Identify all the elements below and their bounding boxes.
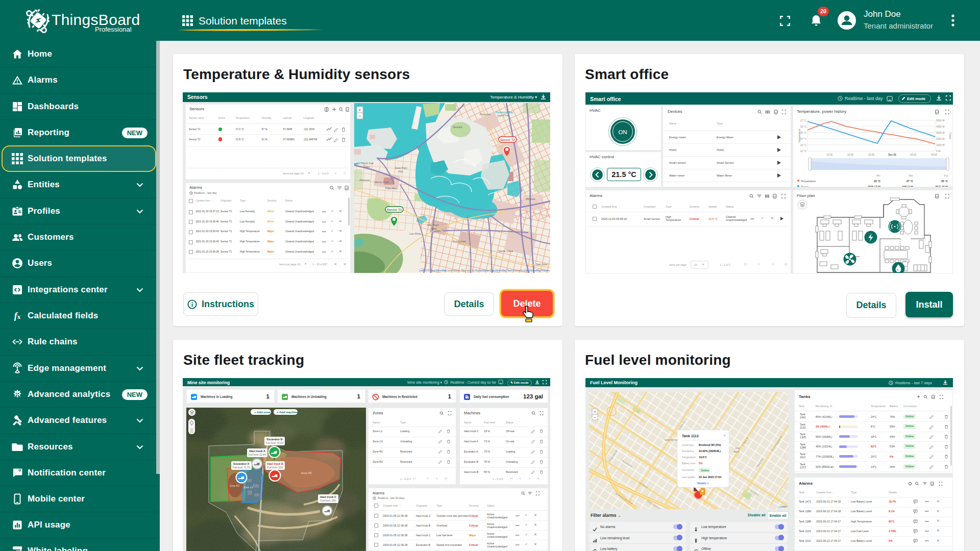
svg-text:Alto: Alto — [398, 170, 403, 173]
svg-text:Temperature: Temperature — [801, 180, 816, 183]
svg-text:20:00: 20:00 — [868, 154, 874, 156]
svg-text:25 °C: 25 °C — [800, 132, 807, 134]
svg-text:1000 W: 1000 W — [936, 144, 945, 146]
svg-text:Newark: Newark — [453, 126, 462, 129]
svg-text:3000 W: 3000 W — [936, 132, 945, 134]
svg-text:4000 W: 4000 W — [936, 126, 945, 128]
svg-text:Fuel level: 32%: Fuel level: 32% — [267, 466, 283, 469]
svg-text:Palo Alto: Palo Alto — [385, 187, 397, 190]
svg-text:trail & bay: trail & bay — [497, 114, 510, 117]
svg-text:Biodiesel B5 (5%): Biodiesel B5 (5%) — [699, 443, 721, 446]
svg-text:22 °C: 22 °C — [800, 150, 807, 153]
svg-text:Avg: Avg — [944, 174, 948, 177]
svg-text:Milpitas: Milpitas — [526, 197, 535, 201]
svg-text:Power: Power — [801, 185, 808, 188]
svg-text:Details >: Details > — [697, 482, 708, 485]
svg-text:Battery level: Battery level — [682, 462, 695, 465]
svg-text:Leaflet | © OpenStreetMap cont: Leaflet | © OpenStreetMap contributors, … — [419, 269, 549, 272]
svg-text:Haul truck A: Haul truck A — [249, 449, 265, 453]
svg-text:Zone R2: Zone R2 — [230, 484, 239, 487]
svg-text:Santa Clara: Santa Clara — [498, 249, 513, 253]
svg-text:East Palo: East Palo — [395, 166, 407, 169]
svg-text:2000 W: 2000 W — [936, 138, 945, 140]
svg-text:Zone R1: Zone R1 — [301, 471, 312, 474]
svg-text:3511.93 W: 3511.93 W — [935, 185, 948, 188]
svg-text:Sunnyvale: Sunnyvale — [453, 240, 466, 243]
svg-text:San Jose: San Jose — [536, 263, 548, 266]
svg-text:Fuel level: 75.2%: Fuel level: 75.2% — [266, 442, 284, 444]
svg-text:Excavator B: Excavator B — [266, 438, 282, 441]
svg-text:−: − — [358, 113, 361, 118]
svg-text:Dec 03: Dec 03 — [888, 154, 896, 156]
svg-text:26 °C: 26 °C — [800, 126, 807, 128]
svg-text:Mountain: Mountain — [427, 223, 439, 227]
svg-text:Oaks: Oaks — [363, 165, 370, 168]
svg-text:Excavator A: Excavator A — [234, 462, 250, 465]
svg-text:12:00: 12:00 — [826, 154, 832, 156]
svg-text:Atherton: Atherton — [359, 179, 370, 182]
svg-text:+: + — [594, 410, 596, 414]
svg-text:27 °C: 27 °C — [800, 119, 807, 122]
svg-text:Min: Min — [876, 174, 880, 177]
svg-text:ON: ON — [618, 129, 627, 135]
svg-text:+ Add machine: + Add machine — [277, 411, 299, 414]
svg-text:Liquid type: Liquid type — [682, 444, 694, 446]
svg-text:5%: 5% — [699, 462, 703, 465]
svg-text:Zone L1: Zone L1 — [243, 486, 253, 489]
svg-text:Max: Max — [909, 174, 914, 177]
svg-text:Fuel level: 71.7%: Fuel level: 71.7% — [233, 466, 251, 469]
svg-text:Sensor T2: Sensor T2 — [500, 138, 516, 141]
svg-text:View: View — [431, 227, 437, 230]
svg-text:▪ Leaflet: ▪ Leaflet — [778, 505, 788, 508]
svg-text:ION: ION — [736, 447, 740, 449]
svg-text:19.6°C: 19.6°C — [699, 456, 707, 459]
svg-text:24 °C: 24 °C — [800, 138, 807, 140]
svg-text:Temperature: Temperature — [798, 129, 801, 142]
svg-text:✕: ✕ — [723, 434, 726, 437]
svg-text:North Fair: North Fair — [361, 162, 374, 165]
svg-text:Last update: Last update — [682, 476, 695, 479]
svg-text:Fuel level: 22.9%: Fuel level: 22.9% — [249, 454, 266, 456]
svg-text:Haul truck B: Haul truck B — [267, 462, 283, 465]
svg-text:16:00: 16:00 — [847, 154, 853, 156]
svg-text:Fremont: Fremont — [480, 113, 491, 116]
svg-text:Sensor T1: Sensor T1 — [387, 208, 402, 211]
svg-text:Tank 1113: Tank 1113 — [682, 434, 699, 438]
svg-text:25 °C: 25 °C — [941, 180, 948, 183]
svg-text:Haul truck C: Haul truck C — [320, 495, 336, 498]
svg-text:4961.9 W: 4961.9 W — [902, 185, 913, 188]
svg-text:0 W: 0 W — [936, 150, 941, 153]
svg-text:Menlo Park: Menlo Park — [375, 181, 389, 184]
svg-text:Los Altos: Los Altos — [409, 232, 421, 235]
svg-text:2005.13 W: 2005.13 W — [868, 185, 880, 188]
svg-text:04:00: 04:00 — [910, 154, 916, 156]
svg-text:5000 W: 5000 W — [936, 119, 945, 122]
svg-text:−: − — [594, 415, 596, 420]
svg-text:+: + — [358, 108, 361, 113]
svg-text:27 °C: 27 °C — [906, 180, 913, 183]
svg-text:+ Add zone: + Add zone — [254, 411, 271, 414]
svg-text:RICT: RICT — [734, 450, 740, 453]
svg-text:Connection: Connection — [682, 469, 695, 471]
svg-text:Online: Online — [701, 469, 709, 472]
svg-text:08:00: 08:00 — [931, 154, 937, 156]
svg-text:Remaining: Remaining — [682, 450, 694, 453]
svg-text:23 °C: 23 °C — [874, 180, 880, 183]
svg-text:Temperature: Temperature — [682, 456, 696, 459]
svg-text:Power: Power — [949, 132, 951, 139]
svg-text:22 Jun 2023 17:04: 22 Jun 2023 17:04 — [699, 475, 721, 479]
svg-text:22.02% (202818L): 22.02% (202818L) — [699, 449, 721, 453]
svg-text:Fuel level: 19%: Fuel level: 19% — [321, 499, 336, 502]
svg-text:23 °C: 23 °C — [800, 144, 807, 146]
